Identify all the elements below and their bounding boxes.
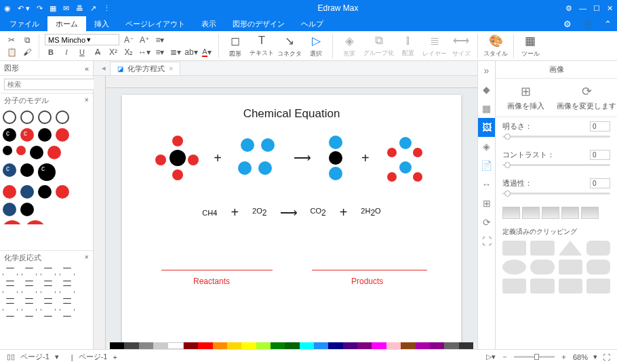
strike-icon[interactable]: A̶ (92, 47, 104, 58)
zoom-level[interactable]: 68% (573, 353, 588, 361)
qat-more-icon[interactable]: ⋮ (103, 4, 111, 13)
menu-collapse-icon[interactable]: ⌃ (599, 16, 617, 31)
layers-side-icon[interactable]: ◈ (478, 137, 495, 156)
size-btn[interactable]: ⟷サイズ (450, 34, 472, 58)
shape-search-input[interactable] (4, 79, 97, 90)
qat-icon-1[interactable]: ▦ (49, 4, 56, 13)
doc-tab[interactable]: ◪化学方程式× (110, 62, 180, 75)
zoom-out-icon[interactable]: － (501, 352, 509, 362)
doc-tab-close-icon[interactable]: × (169, 64, 173, 73)
molecule-ch4[interactable] (154, 134, 201, 182)
menu-insert[interactable]: 挿入 (86, 16, 117, 31)
menu-help[interactable]: ヘルプ (293, 16, 332, 31)
text-tool[interactable]: Tテキスト (250, 34, 274, 58)
font-larger-icon[interactable]: A⁺ (138, 35, 151, 45)
maximize-icon[interactable]: ☐ (593, 4, 600, 13)
align-icon[interactable]: ≣▾ (170, 47, 182, 58)
canvas[interactable]: Chemical Equation + (106, 88, 477, 342)
menu-user-icon[interactable]: 👤 (577, 16, 599, 31)
expand-side-icon[interactable]: » (478, 61, 495, 80)
history-icon[interactable]: ⟳ (478, 213, 495, 232)
insert-image-btn[interactable]: ⊞画像を挿入 (496, 84, 557, 111)
qat-icon-4[interactable]: ↗ (90, 4, 96, 13)
menu-view[interactable]: 表示 (193, 16, 224, 31)
menu-layout[interactable]: ページレイアウト (117, 16, 193, 31)
collapse-left-icon[interactable]: « (85, 64, 89, 73)
tab-prev-icon[interactable]: ◂ (102, 64, 106, 73)
tools-btn[interactable]: ▦ツール (519, 34, 541, 58)
dimensions-icon[interactable]: ↔ (478, 175, 495, 194)
effect-presets[interactable] (496, 203, 617, 223)
page-label[interactable]: ページ-1 (79, 352, 108, 362)
qat-icon-3[interactable]: 🖶 (76, 4, 83, 12)
align-btn[interactable]: ⫿配置 (397, 34, 419, 58)
theme-icon[interactable]: ◆ (478, 80, 495, 99)
menu-file[interactable]: ファイル (1, 16, 47, 31)
play-icon[interactable]: ▷▾ (486, 352, 496, 361)
style-btn[interactable]: 🎨スタイル (483, 34, 508, 58)
settings-icon[interactable]: ⚙ (565, 4, 572, 13)
subscript-icon[interactable]: X₂ (123, 47, 135, 58)
shape-tool[interactable]: ◻図形 (224, 34, 246, 58)
color-palette[interactable] (106, 342, 477, 349)
undo-icon[interactable]: ↶ ▾ (18, 4, 30, 13)
molecule-o2[interactable] (234, 134, 281, 182)
contrast-slider[interactable] (502, 164, 610, 166)
charspace-icon[interactable]: ↔▾ (138, 47, 151, 58)
layers-btn[interactable]: ≣レイヤー (422, 34, 447, 58)
brightness-slider[interactable] (502, 136, 610, 138)
fullscreen-icon[interactable]: ⛶ (603, 353, 610, 361)
italic-icon[interactable]: I (60, 47, 73, 58)
contrast-value[interactable]: 0 (590, 150, 610, 160)
zoom-in-icon[interactable]: ＋ (560, 352, 568, 362)
fontcolor-icon[interactable]: A▾ (201, 47, 213, 58)
menu-design[interactable]: 図形のデザイン (224, 16, 293, 31)
transparency-slider[interactable] (502, 193, 610, 195)
molecule-co2[interactable] (322, 134, 349, 182)
fullscreen-side-icon[interactable]: ⛶ (478, 232, 495, 251)
fill-btn[interactable]: ◈充実 (338, 34, 360, 58)
font-smaller-icon[interactable]: A⁻ (123, 35, 135, 45)
cut-icon[interactable]: ✂ (5, 35, 18, 45)
bold-icon[interactable]: B (45, 47, 57, 58)
section-models[interactable]: 分子のモデル (4, 96, 49, 106)
grid-icon[interactable]: ▦ (478, 99, 495, 118)
menu-home[interactable]: ホーム (47, 16, 86, 31)
linespace-icon[interactable]: ≡▾ (154, 47, 166, 58)
select-tool[interactable]: ▷選択 (305, 34, 327, 58)
bullets-icon[interactable]: ≡▾ (154, 35, 166, 45)
paste-icon[interactable]: 📋 (5, 47, 18, 58)
font-selector[interactable]: MS Mincho▾ (45, 34, 119, 45)
qat-icon-2[interactable]: ✉ (63, 4, 69, 13)
textstyle-icon[interactable]: ab▾ (185, 47, 197, 58)
clipping-shapes[interactable] (496, 238, 617, 296)
reaction-gallery[interactable] (0, 265, 93, 323)
connector-tool[interactable]: ↘コネクタ (277, 34, 302, 58)
page-side-icon[interactable]: 📄 (478, 156, 495, 175)
copy-icon[interactable]: ⧉ (21, 35, 33, 45)
menu-cog-icon[interactable]: ⚙ (558, 16, 577, 31)
page-selector[interactable]: ページ-1 (20, 352, 49, 362)
group-btn[interactable]: ⧉グループ化 (363, 34, 394, 58)
molecule-h2o[interactable] (382, 134, 429, 182)
zoom-slider[interactable] (514, 356, 555, 358)
minimize-icon[interactable]: — (579, 4, 586, 12)
brightness-value[interactable]: 0 (590, 121, 610, 132)
section-models-close-icon[interactable]: × (85, 96, 89, 106)
close-icon[interactable]: ✕ (607, 4, 613, 13)
page[interactable]: Chemical Equation + (122, 95, 461, 342)
transparency-value[interactable]: 0 (590, 178, 610, 188)
redo-icon[interactable]: ↷ (37, 4, 43, 13)
section-reaction-close-icon[interactable]: × (85, 253, 89, 263)
models-gallery[interactable] (0, 108, 93, 250)
section-reaction[interactable]: 化学反応式 (4, 253, 41, 263)
superscript-icon[interactable]: X² (107, 47, 119, 58)
image-panel-icon[interactable]: 🖼 (478, 118, 495, 137)
view-mode-icon[interactable]: ▯▯ (7, 352, 15, 361)
table-side-icon[interactable]: ⊞ (478, 194, 495, 213)
add-page-icon[interactable]: + (113, 353, 117, 361)
format-painter-icon[interactable]: 🖌 (21, 47, 33, 58)
status-bar: ▯▯ ページ-1▾ | ページ-1 + ▷▾ － ＋ 68%▾ ⛶ (0, 349, 617, 364)
underline-icon[interactable]: U (76, 47, 88, 58)
change-image-btn[interactable]: ⟳画像を変更します (557, 84, 618, 111)
